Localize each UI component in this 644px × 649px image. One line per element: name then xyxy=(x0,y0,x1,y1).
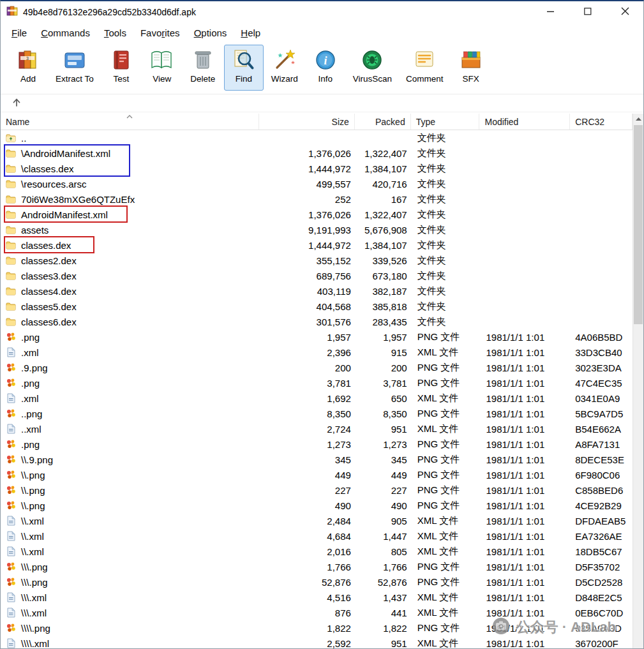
file-packed: 283,435 xyxy=(355,314,411,329)
toolbar-button-view[interactable]: View xyxy=(142,45,182,91)
xml-file-icon xyxy=(6,608,17,618)
png-file-icon xyxy=(6,378,17,388)
column-header-size[interactable]: Size xyxy=(259,114,355,130)
file-list-panel: NameSizePackedTypeModifiedCRC32 ..文件夹\An… xyxy=(1,114,633,648)
toolbar-button-add[interactable]: 3Add xyxy=(8,45,48,91)
file-size: 403,119 xyxy=(259,283,355,299)
file-row[interactable]: .xml2,396915XML 文件1981/1/1 1:0133D3CB40 xyxy=(1,345,633,360)
menu-item-help[interactable]: Help xyxy=(234,25,267,41)
menu-item-tools[interactable]: Tools xyxy=(97,25,133,41)
column-header-crc32[interactable]: CRC32 xyxy=(570,114,633,130)
file-row[interactable]: \\.xml4,6841,447XML 文件1981/1/1 1:01EA732… xyxy=(1,528,633,544)
menu-item-file[interactable]: File xyxy=(4,25,34,41)
toolbar-button-sfx[interactable]: SFX xyxy=(451,45,491,91)
file-row[interactable]: .xml1,692650XML 文件1981/1/1 1:010341E0A9 xyxy=(1,391,633,406)
file-crc32: 3670200F xyxy=(570,636,633,648)
file-packed: 382,187 xyxy=(355,283,411,299)
minimize-button[interactable] xyxy=(532,1,569,23)
file-row[interactable]: \\\.xml4,5161,437XML 文件1981/1/1 1:01D848… xyxy=(1,590,633,605)
menu-item-favorites[interactable]: Favorites xyxy=(133,25,187,41)
file-row[interactable]: classes4.dex403,119382,187文件夹 xyxy=(1,283,633,299)
png-file-icon xyxy=(6,439,17,449)
file-row[interactable]: ..文件夹 xyxy=(1,130,633,145)
file-row[interactable]: classes.dex1,444,9721,384,107文件夹 xyxy=(1,237,633,253)
file-row[interactable]: \\\\.png1,8221,822PNG 文件1981/1/1 1:01035… xyxy=(1,620,633,636)
file-size: 1,376,026 xyxy=(259,145,355,161)
file-size: 3,781 xyxy=(259,375,355,391)
file-row[interactable]: \AndroidManifest.xml1,376,0261,322,407文件… xyxy=(1,145,633,161)
column-header-modified[interactable]: Modified xyxy=(479,114,570,130)
toolbar-button-wizard[interactable]: Wizard xyxy=(265,45,304,91)
file-type: 文件夹 xyxy=(411,176,480,191)
file-row[interactable]: classes5.dex404,568385,818文件夹 xyxy=(1,299,633,314)
file-row[interactable]: \resources.arsc499,557420,716文件夹 xyxy=(1,176,633,191)
file-row[interactable]: \\.png227227PNG 文件1981/1/1 1:01C858BED6 xyxy=(1,482,633,498)
file-type: PNG 文件 xyxy=(411,620,480,636)
file-name-cell: \\\\.png xyxy=(1,620,259,636)
file-name-cell: \AndroidManifest.xml xyxy=(1,145,259,161)
toolbar-button-virusscan[interactable]: VirusScan xyxy=(347,45,398,91)
file-row[interactable]: classes2.dex355,152339,526文件夹 xyxy=(1,253,633,268)
file-packed: 441 xyxy=(355,605,411,620)
file-packed: 1,437 xyxy=(355,590,411,605)
menu-item-commands[interactable]: Commands xyxy=(34,25,97,41)
file-type: XML 文件 xyxy=(411,544,480,559)
file-row[interactable]: \classes.dex1,444,9721,384,107文件夹 xyxy=(1,161,633,176)
file-row[interactable]: \\\.xml876441XML 文件1981/1/1 1:010EB6C70D xyxy=(1,605,633,620)
toolbar-button-find[interactable]: Find xyxy=(224,45,264,91)
file-row[interactable]: \\.xml2,484905XML 文件1981/1/1 1:01DFDAEAB… xyxy=(1,513,633,528)
toolbar-button-info[interactable]: iInfo xyxy=(306,45,345,91)
file-size: 1,444,972 xyxy=(259,161,355,176)
column-headers: NameSizePackedTypeModifiedCRC32 xyxy=(1,114,633,130)
scroll-up-button[interactable] xyxy=(633,114,643,124)
file-row[interactable]: AndroidManifest.xml1,376,0261,322,407文件夹 xyxy=(1,207,633,222)
file-row[interactable]: .9.png200200PNG 文件1981/1/1 1:013023E3DA xyxy=(1,360,633,375)
file-crc32: 4CE92B29 xyxy=(570,498,633,513)
maximize-button[interactable] xyxy=(569,1,606,23)
file-type: XML 文件 xyxy=(411,636,480,648)
file-row[interactable]: \\.xml2,016805XML 文件1981/1/1 1:0118DB5C6… xyxy=(1,544,633,559)
file-type: 文件夹 xyxy=(411,145,480,161)
column-header-type[interactable]: Type xyxy=(411,114,480,130)
file-size: 8,350 xyxy=(259,406,355,421)
file-row[interactable]: .png1,9571,957PNG 文件1981/1/1 1:014A06B5B… xyxy=(1,329,633,345)
file-packed: 951 xyxy=(355,636,411,648)
toolbar: 3AddExtract ToTestViewDeleteFindWizardiI… xyxy=(1,42,643,94)
file-row[interactable]: \\\.png52,87652,876PNG 文件1981/1/1 1:01D5… xyxy=(1,574,633,590)
file-size: 2,592 xyxy=(259,636,355,648)
column-header-name[interactable]: Name xyxy=(1,114,259,130)
png-file-icon xyxy=(6,454,17,465)
toolbar-button-label: Info xyxy=(318,74,333,84)
file-row[interactable]: \\.png490490PNG 文件1981/1/1 1:014CE92B29 xyxy=(1,498,633,513)
file-packed: 227 xyxy=(355,482,411,498)
toolbar-button-extract-to[interactable]: Extract To xyxy=(49,45,100,91)
file-packed: 805 xyxy=(355,544,411,559)
file-row[interactable]: \\\\.xml2,592951XML 文件1981/1/1 1:0136702… xyxy=(1,636,633,648)
file-row[interactable]: .png1,2731,273PNG 文件1981/1/1 1:01A8FA713… xyxy=(1,436,633,452)
menu-item-options[interactable]: Options xyxy=(187,25,234,41)
file-row[interactable]: ..png8,3508,350PNG 文件1981/1/1 1:015BC9A7… xyxy=(1,406,633,421)
file-row[interactable]: assets9,191,9935,676,908文件夹 xyxy=(1,222,633,237)
toolbar-button-delete[interactable]: Delete xyxy=(183,45,223,91)
scrollbar-thumb[interactable] xyxy=(634,125,643,324)
file-packed: 1,322,407 xyxy=(355,207,411,222)
file-row[interactable]: classes3.dex689,756673,180文件夹 xyxy=(1,268,633,283)
file-row[interactable]: .png3,7813,781PNG 文件1981/1/1 1:0147C4EC3… xyxy=(1,375,633,391)
toolbar-button-test[interactable]: Test xyxy=(101,45,141,91)
up-one-level-icon[interactable] xyxy=(11,96,22,110)
column-header-packed[interactable]: Packed xyxy=(355,114,411,130)
png-file-icon xyxy=(6,470,17,480)
file-row[interactable]: classes6.dex301,576283,435文件夹 xyxy=(1,314,633,329)
close-button[interactable] xyxy=(606,1,643,23)
toolbar-button-comment[interactable]: Comment xyxy=(400,45,450,91)
file-row[interactable]: \\.png449449PNG 文件1981/1/1 1:016F980C06 xyxy=(1,467,633,482)
vertical-scrollbar[interactable] xyxy=(633,114,643,648)
file-name-cell: .png xyxy=(1,375,259,391)
file-packed: 1,273 xyxy=(355,436,411,452)
file-row[interactable]: 70i6We38mXGe6QTZuEfx252167文件夹 xyxy=(1,191,633,207)
toolbar-button-label: Add xyxy=(20,74,36,84)
file-type: 文件夹 xyxy=(411,237,480,253)
file-row[interactable]: \\.9.png345345PNG 文件1981/1/1 1:018DECE53… xyxy=(1,452,633,467)
file-row[interactable]: ..xml2,724951XML 文件1981/1/1 1:01B54E662A xyxy=(1,421,633,436)
file-row[interactable]: \\\.png1,7661,766PNG 文件1981/1/1 1:01D5F3… xyxy=(1,559,633,574)
